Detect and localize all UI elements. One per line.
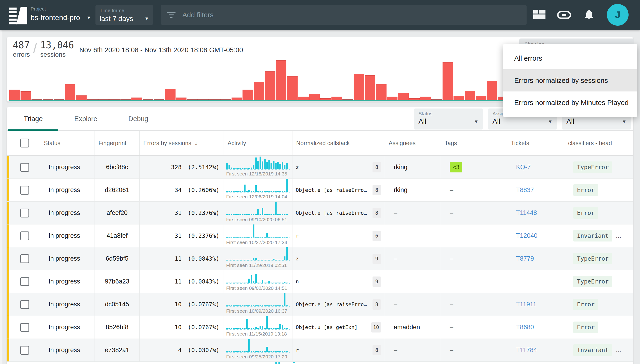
row-checkbox[interactable] <box>20 300 29 309</box>
histogram-bar <box>54 99 64 100</box>
tags-cell: – <box>441 270 507 293</box>
callstack-value: r <box>296 347 372 353</box>
timeframe-label: Time frame <box>100 8 149 13</box>
errors-by-sessions-cell: 4 (0.0307%) <box>140 339 224 362</box>
timeframe-value: last 7 days <box>100 15 133 23</box>
sparkline-bar <box>253 224 254 238</box>
tab-triage[interactable]: Triage <box>7 107 60 130</box>
header-cell-label: Fingerprint <box>95 140 126 146</box>
row-checkbox[interactable] <box>20 254 29 263</box>
link-icon[interactable] <box>557 9 572 21</box>
project-selector[interactable]: Project bs-frontend-pro ▼ <box>30 6 91 22</box>
errors-count-label: errors <box>13 51 30 58</box>
row-checkbox[interactable] <box>20 346 29 355</box>
notifications-bell-icon[interactable] <box>583 8 595 21</box>
row-select-cell <box>7 224 40 247</box>
callstack-frames-badge: 8 <box>372 208 381 218</box>
tickets-cell: T8680 <box>507 316 564 338</box>
fingerprint-cell: 97b6a23 <box>95 270 140 293</box>
header-cell[interactable]: Tags <box>441 131 507 156</box>
ticket-link[interactable]: KQ-7 <box>516 164 531 171</box>
callstack-frames-badge: 6 <box>372 231 381 241</box>
row-checkbox[interactable] <box>20 186 29 194</box>
table-row[interactable]: In progress 41a8fef 31 (0.2376%) First s… <box>7 224 633 247</box>
ticket-link[interactable]: T11448 <box>516 209 537 216</box>
table-row[interactable]: In progress e7382a1 4 (0.0307%) First se… <box>7 339 633 362</box>
header-cell[interactable]: Assignees <box>385 131 441 156</box>
histogram-bar <box>320 98 331 100</box>
header-cell[interactable]: classifiers - head <box>564 131 633 156</box>
app-root: Project bs-frontend-pro ▼ Time frame las… <box>0 0 640 364</box>
assignee-value: – <box>394 255 397 262</box>
tab-label: Triage <box>24 115 43 123</box>
table-row[interactable]: In progress 97b6a23 11 (0.0843%) First s… <box>7 270 633 293</box>
assignees-cell: amadden <box>385 316 441 338</box>
tab-label: Debug <box>128 115 148 123</box>
histogram-bar <box>232 98 242 100</box>
status-cell: In progress <box>40 247 95 270</box>
table-row[interactable]: In progress 8526bf8 10 (0.0767%) First s… <box>7 316 633 339</box>
sparkline-baseline <box>226 192 290 192</box>
table-row[interactable]: In progress dc05145 10 (0.0767%) First s… <box>7 293 633 316</box>
ticket-link[interactable]: T11784 <box>516 346 537 354</box>
header-cell[interactable]: Status <box>40 131 95 156</box>
table-row[interactable]: In progress 6bcf88c 328 (2.5142%) First … <box>7 156 633 179</box>
sparkline-bar <box>248 339 250 352</box>
ticket-link[interactable]: T8837 <box>516 186 534 194</box>
first-seen: First seen 11/15/2019 13:18 <box>226 331 287 337</box>
tickets-cell: T12040 <box>507 224 564 247</box>
filter-value: All <box>418 117 478 125</box>
tab-debug[interactable]: Debug <box>112 107 164 130</box>
table-row[interactable]: In progress 6d59bf5 11 (0.0843%) First s… <box>7 247 633 270</box>
user-avatar[interactable]: J <box>607 4 628 26</box>
assignees-cell: – <box>385 339 441 362</box>
header-cell[interactable]: Fingerprint <box>95 131 140 156</box>
fingerprint-cell: d262061 <box>95 179 140 201</box>
header-cell-label: classifiers - head <box>564 140 612 146</box>
ticket-link[interactable]: T8779 <box>516 255 534 262</box>
status-cell: In progress <box>40 316 95 338</box>
showing-menu-item[interactable]: All errors <box>503 47 637 69</box>
header-cell[interactable]: Tickets <box>507 131 564 156</box>
sparkline-bar <box>280 164 281 169</box>
sparkline-bar <box>255 185 257 192</box>
select-all-checkbox[interactable] <box>20 138 29 148</box>
dashboard-layout-icon[interactable] <box>533 8 546 20</box>
ticket-link[interactable]: T12040 <box>516 232 538 240</box>
filters-searchbar[interactable] <box>161 5 526 25</box>
project-label: Project <box>30 6 91 12</box>
row-checkbox[interactable] <box>20 323 29 332</box>
sparkline-bar <box>248 190 250 192</box>
tab-explore[interactable]: Explore <box>60 107 112 130</box>
row-checkbox[interactable] <box>20 277 29 286</box>
table-row[interactable]: In progress d262061 34 (0.2606%) First s… <box>7 179 633 202</box>
assignee-value: rking <box>394 164 408 171</box>
filter-dropdown-status[interactable]: Status All ▼ <box>414 108 483 130</box>
chevron-down-icon: ▼ <box>474 119 478 124</box>
showing-menu-item-label: All errors <box>514 54 542 62</box>
ticket-link[interactable]: T11911 <box>516 301 536 308</box>
header-cell[interactable]: Normalized callstack <box>292 131 385 156</box>
table-row[interactable]: In progress afeef20 31 (0.2376%) First s… <box>7 202 633 224</box>
row-checkbox[interactable] <box>20 232 29 240</box>
ticket-link[interactable]: T8680 <box>516 324 534 331</box>
error-count: 34 <box>146 187 182 194</box>
timeframe-selector[interactable]: Time frame last 7 days ▼ <box>96 5 153 25</box>
showing-menu-item[interactable]: Errors normalized by sessions <box>503 69 637 92</box>
showing-menu-item[interactable]: Errors normalized by Minutes Played <box>503 92 637 114</box>
header-cell[interactable]: Errors by sessions ↓ <box>140 131 224 156</box>
callstack-cell: Object.e [as raiseErro… 8 <box>292 179 385 201</box>
add-filters-input[interactable] <box>182 11 520 19</box>
histogram-bar <box>487 81 498 100</box>
classifiers-cell: TypeError <box>564 270 633 293</box>
row-checkbox[interactable] <box>20 208 29 218</box>
classifier-pill: Error <box>573 207 598 219</box>
chevron-down-icon: ▼ <box>144 16 149 21</box>
header-cell[interactable]: Activity <box>224 131 292 156</box>
tab-label: Explore <box>74 115 97 123</box>
sparkline-bar <box>277 162 279 169</box>
classifiers-cell: Error <box>564 202 633 224</box>
classifier-pill: Error <box>573 299 598 310</box>
left-edge-strip <box>0 30 2 364</box>
row-checkbox[interactable] <box>20 163 29 172</box>
